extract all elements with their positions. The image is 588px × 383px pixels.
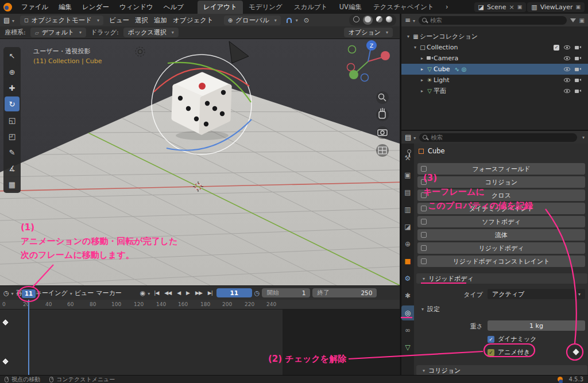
collisions-panel-header[interactable]: ▾ コリジョン: [416, 365, 587, 376]
timeline-tracks[interactable]: [0, 310, 400, 375]
outliner-row-collection[interactable]: ▾ □ Collection ✓: [401, 42, 588, 53]
play-button[interactable]: ▶: [184, 289, 191, 297]
render-visibility-icon[interactable]: [575, 56, 581, 61]
view-menu[interactable]: ビュー: [75, 289, 94, 297]
jump-to-end-button[interactable]: ▶|: [206, 289, 214, 297]
dynamic-checkbox[interactable]: ✓: [488, 336, 494, 343]
menu-add[interactable]: 追加: [154, 16, 167, 25]
eye-icon[interactable]: [564, 56, 570, 60]
collision-button[interactable]: コリジョン: [417, 176, 585, 188]
menu-select[interactable]: 選択: [135, 16, 148, 25]
exclude-checkbox[interactable]: ✓: [554, 45, 559, 51]
tab-uv-editing[interactable]: UV編集: [334, 1, 368, 14]
play-reverse-button[interactable]: ◀: [175, 289, 182, 297]
zoom-button[interactable]: [376, 91, 389, 104]
jump-to-start-button[interactable]: |◀: [152, 289, 160, 297]
marker-menu[interactable]: マーカー: [96, 289, 122, 297]
scene-selector[interactable]: ◪ Scene × ▣: [474, 2, 527, 12]
nav-neg-z-ball[interactable]: [361, 74, 369, 82]
scale-tool[interactable]: ◱: [5, 113, 20, 127]
tab-render[interactable]: ▣: [401, 168, 414, 183]
settings-subpanel-header[interactable]: ▾ 設定: [420, 305, 440, 314]
editor-type-3dview-icon[interactable]: ▧: [3, 16, 14, 24]
menu-view[interactable]: ビュー: [109, 16, 129, 25]
editor-type-properties-icon[interactable]: ▤: [405, 133, 416, 141]
force-field-button[interactable]: フォースフィールド: [417, 163, 585, 175]
nav-y-ball[interactable]: [349, 70, 358, 79]
expand-icon[interactable]: ▸: [419, 56, 425, 61]
expand-icon[interactable]: ▸: [419, 78, 425, 83]
frame-start-field[interactable]: 開始 1: [262, 288, 310, 297]
measure-tool[interactable]: ∡: [5, 161, 20, 176]
tab-layout[interactable]: レイアウト: [198, 1, 243, 14]
menu-file[interactable]: ファイル: [17, 1, 53, 13]
outliner-row-scene-collection[interactable]: ▾ ▦ シーンコレクション: [401, 31, 588, 42]
render-visibility-icon[interactable]: [575, 45, 581, 50]
timeline-ruler[interactable]: [0, 300, 400, 310]
move-tool[interactable]: ✚: [5, 80, 20, 95]
viewlayer-selector[interactable]: ▥ ViewLayer ▣: [527, 2, 585, 12]
tab-scene[interactable]: ◪: [401, 219, 414, 234]
tab-texture-paint[interactable]: テクスチャペイント: [368, 1, 440, 14]
object-mode-dropdown[interactable]: ◻ オブジェクトモード: [20, 16, 103, 25]
outliner-row-camera[interactable]: ▸ Camera: [401, 53, 588, 64]
editor-type-timeline-icon[interactable]: ◷: [3, 289, 14, 297]
tab-object[interactable]: ■: [401, 254, 414, 269]
select-box-tool[interactable]: ↖: [5, 48, 20, 63]
nav-neg-x-ball[interactable]: [347, 64, 355, 71]
pin-icon[interactable]: [407, 149, 411, 153]
outliner-row-cube[interactable]: ▸ ▽ Cube ∿ ◎: [401, 64, 588, 75]
outliner-row-plane[interactable]: ▸ ▽ 平面: [401, 86, 588, 96]
tab-constraints[interactable]: ∞: [401, 323, 414, 338]
expand-icon[interactable]: ▸: [419, 88, 425, 94]
options-button[interactable]: オプション: [344, 28, 393, 37]
transform-tool[interactable]: ◰: [5, 129, 20, 144]
outliner-search-input[interactable]: [419, 16, 566, 25]
current-frame-field[interactable]: 11: [216, 288, 252, 297]
tab-physics[interactable]: ◎: [401, 305, 414, 320]
tab-particles[interactable]: ✱: [401, 288, 414, 303]
render-visibility-icon[interactable]: [575, 67, 581, 72]
shading-material-button[interactable]: [376, 16, 382, 24]
dynamic-paint-button[interactable]: ダイナミックペイント: [417, 203, 585, 214]
mass-field[interactable]: 1 kg: [488, 320, 585, 331]
outliner-row-light[interactable]: ▸ ☀ Light: [401, 75, 588, 86]
nav-neg-y-ball[interactable]: [349, 46, 356, 53]
keyframe-decorator-button[interactable]: [570, 346, 582, 358]
rigid-body-button[interactable]: リジッドボディ: [417, 242, 585, 254]
cursor-tool[interactable]: ⊕: [5, 64, 20, 79]
expand-icon[interactable]: ▾: [405, 34, 412, 39]
menu-edit[interactable]: 編集: [54, 1, 76, 13]
tab-modifiers[interactable]: ⚙: [401, 271, 414, 286]
more-workspaces-icon[interactable]: ›: [440, 1, 454, 14]
tab-world[interactable]: ⊕: [401, 237, 414, 252]
new-viewlayer-icon[interactable]: ▣: [575, 4, 581, 10]
filter-icon[interactable]: [570, 18, 576, 22]
eye-icon[interactable]: [564, 78, 570, 82]
clock-icon[interactable]: ◷: [254, 289, 260, 297]
unlink-scene-icon[interactable]: ×: [509, 3, 514, 11]
orientation-default-dropdown[interactable]: ▱ デフォルト: [30, 28, 86, 37]
rotate-tool[interactable]: ↻: [5, 96, 20, 111]
shading-rendered-button[interactable]: [386, 16, 392, 24]
rigid-body-panel-header[interactable]: ▾ リジッドボディ: [416, 273, 587, 284]
menu-object[interactable]: オブジェクト: [173, 16, 214, 25]
tab-object-data[interactable]: ▽: [401, 340, 414, 355]
snap-toggle[interactable]: [287, 18, 298, 23]
expand-icon[interactable]: ▾: [412, 45, 419, 50]
new-collection-icon[interactable]: ▣: [579, 17, 585, 24]
properties-search[interactable]: [419, 133, 577, 142]
render-visibility-icon[interactable]: [575, 89, 581, 94]
blender-logo-icon[interactable]: [3, 3, 12, 11]
cloth-button[interactable]: クロス: [417, 189, 585, 201]
eye-icon[interactable]: [564, 67, 570, 71]
rigid-body-type-dropdown[interactable]: アクティブ: [488, 289, 585, 299]
tab-sculpting[interactable]: スカルプト: [288, 1, 334, 14]
playhead-frame-badge[interactable]: 11: [22, 289, 36, 298]
properties-search-input[interactable]: [419, 133, 577, 142]
drag-mode-dropdown[interactable]: ボックス選択: [123, 28, 179, 37]
menu-window[interactable]: ウィンドウ: [115, 1, 158, 13]
frame-end-field[interactable]: 終了 250: [312, 288, 377, 297]
keying-menu[interactable]: キーイング: [36, 289, 72, 297]
transform-orientation-dropdown[interactable]: ⊕ グローバル: [224, 16, 281, 25]
